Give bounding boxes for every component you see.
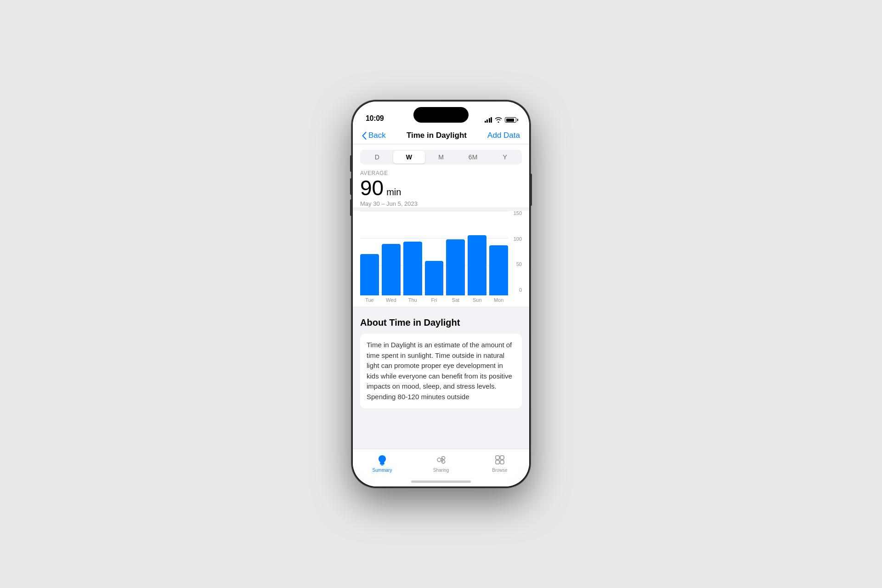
svg-point-1 (442, 457, 445, 460)
bar-label-wed: Wed (386, 297, 396, 303)
svg-point-0 (437, 458, 441, 462)
bar-tue (360, 254, 379, 295)
summary-icon (376, 454, 388, 466)
phone-screen: 10:09 (353, 102, 529, 486)
bar-wed (382, 244, 401, 295)
home-indicator (411, 481, 471, 483)
time-btn-w[interactable]: W (393, 151, 425, 164)
bar-sat (446, 239, 465, 295)
about-title: About Time in Daylight (360, 317, 522, 328)
time-range-selector: D W M 6M Y (353, 144, 529, 168)
nav-bar: Back Time in Daylight Add Data (353, 126, 529, 144)
bar-sun (468, 235, 486, 295)
bar-col-sun: Sun (468, 221, 486, 303)
bar-col-tue: Tue (360, 221, 379, 303)
bars-wrapper: TueWedThuFriSatSunMon (360, 221, 508, 303)
y-label-100: 100 (514, 237, 522, 242)
y-label-50: 50 (516, 262, 522, 267)
chevron-left-icon (362, 132, 367, 140)
bar-label-mon: Mon (494, 297, 503, 303)
browse-icon (494, 454, 506, 466)
main-content: D W M 6M Y AVERAGE 90 min May 30 – Jun 5… (353, 144, 529, 446)
bar-label-sat: Sat (452, 297, 460, 303)
tab-summary-label: Summary (373, 468, 392, 473)
avg-value: 90 min (360, 177, 522, 198)
bar-label-fri: Fri (431, 297, 437, 303)
status-time: 10:09 (366, 114, 384, 123)
signal-icon (485, 117, 492, 123)
bar-thu (403, 242, 422, 295)
battery-icon (505, 117, 516, 123)
chart-area: 150 100 50 0 TueWedThuFriSatSunMon (360, 211, 522, 303)
svg-rect-4 (500, 456, 504, 459)
avg-number: 90 (360, 177, 384, 198)
stats-section: AVERAGE 90 min May 30 – Jun 5, 2023 (353, 168, 529, 207)
section-divider (353, 306, 529, 310)
back-button[interactable]: Back (362, 131, 386, 140)
tab-bar: Summary Sharing (353, 449, 529, 486)
y-label-150: 150 (514, 211, 522, 216)
svg-rect-3 (496, 456, 499, 459)
avg-unit: min (386, 187, 401, 198)
tab-sharing[interactable]: Sharing (423, 454, 459, 473)
svg-rect-5 (496, 460, 499, 464)
y-label-0: 0 (519, 288, 522, 293)
time-range-inner: D W M 6M Y (360, 150, 522, 164)
wifi-icon (495, 117, 502, 123)
bar-col-thu: Thu (403, 221, 422, 303)
grid-line-top (360, 211, 508, 211)
back-label: Back (368, 131, 386, 140)
dynamic-island (413, 107, 469, 123)
bar-mon (489, 245, 508, 295)
svg-point-2 (442, 460, 445, 464)
tab-browse[interactable]: Browse (481, 454, 518, 473)
bar-label-tue: Tue (365, 297, 374, 303)
bar-col-wed: Wed (382, 221, 401, 303)
bar-fri (425, 261, 444, 295)
svg-rect-6 (500, 460, 504, 464)
avg-label: AVERAGE (360, 170, 522, 176)
about-text: Time in Daylight is an estimate of the a… (367, 340, 515, 402)
bar-label-thu: Thu (408, 297, 417, 303)
chart-container: 150 100 50 0 TueWedThuFriSatSunMon (353, 211, 529, 306)
tab-sharing-label: Sharing (433, 468, 449, 473)
tab-summary[interactable]: Summary (364, 454, 401, 473)
sharing-icon (435, 454, 447, 466)
bar-col-mon: Mon (489, 221, 508, 303)
bar-col-fri: Fri (425, 221, 444, 303)
bar-label-sun: Sun (473, 297, 482, 303)
date-range: May 30 – Jun 5, 2023 (360, 200, 522, 207)
time-btn-y[interactable]: Y (489, 151, 521, 164)
chart-y-labels: 150 100 50 0 (509, 211, 522, 293)
time-btn-6m[interactable]: 6M (457, 151, 489, 164)
time-btn-d[interactable]: D (361, 151, 393, 164)
page-title: Time in Daylight (407, 131, 467, 140)
add-data-button[interactable]: Add Data (487, 131, 520, 140)
status-bar: 10:09 (353, 102, 529, 126)
about-section: About Time in Daylight Time in Daylight … (353, 310, 529, 416)
about-card: Time in Daylight is an estimate of the a… (360, 334, 522, 408)
status-icons (485, 117, 517, 123)
bar-col-sat: Sat (446, 221, 465, 303)
tab-browse-label: Browse (492, 468, 507, 473)
phone-frame: 10:09 (351, 100, 531, 488)
time-btn-m[interactable]: M (425, 151, 457, 164)
